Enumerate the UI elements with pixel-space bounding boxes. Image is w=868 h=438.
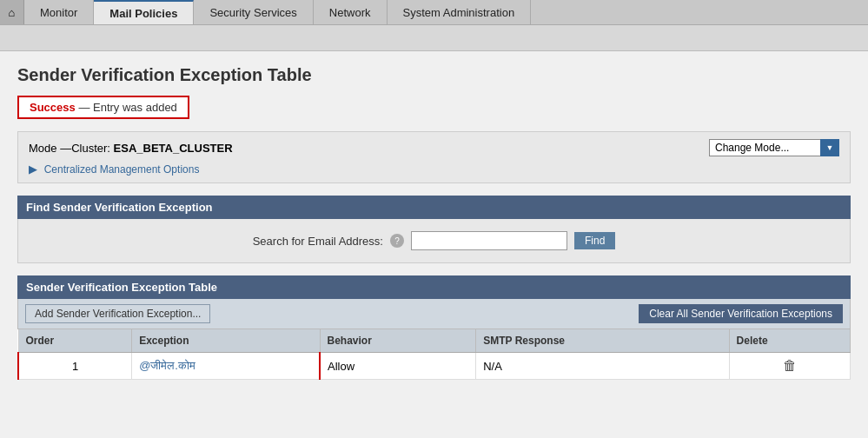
find-section-header: Find Sender Verification Exception: [17, 196, 851, 219]
table-section-header: Sender Verification Exception Table: [17, 275, 851, 299]
mode-info: Mode —Cluster: ESA_BETA_CLUSTER: [29, 142, 233, 155]
help-icon[interactable]: ?: [390, 234, 404, 248]
table-header-row: Order Exception Behavior SMTP Response D…: [18, 329, 851, 353]
change-mode-select[interactable]: Change Mode...: [709, 139, 839, 156]
success-banner: Success — Entry was added: [17, 96, 189, 119]
toolbar-bar: [0, 25, 868, 51]
tab-mail-policies[interactable]: Mail Policies: [94, 0, 194, 24]
main-content: Sender Verification Exception Table Succ…: [0, 51, 868, 438]
cell-smtp: N/A: [476, 353, 729, 380]
find-label: Search for Email Address:: [253, 235, 383, 248]
search-input[interactable]: [411, 231, 567, 250]
change-mode-wrapper[interactable]: Change Mode...: [709, 139, 839, 156]
find-button[interactable]: Find: [574, 232, 615, 249]
cell-behavior: Allow: [320, 353, 476, 380]
cell-order: 1: [18, 353, 132, 380]
add-exception-button[interactable]: Add Sender Verification Exception...: [25, 304, 210, 323]
clear-all-button[interactable]: Clear All Sender Verification Exceptions: [639, 304, 843, 323]
col-header-exception: Exception: [132, 329, 320, 353]
delete-icon[interactable]: 🗑: [783, 358, 797, 373]
cell-exception: @जीमेल.कोम: [132, 353, 320, 380]
home-icon[interactable]: ⌂: [0, 0, 24, 24]
success-label: Success: [30, 101, 76, 114]
tab-security-services[interactable]: Security Services: [194, 0, 313, 24]
cell-delete[interactable]: 🗑: [729, 353, 850, 380]
success-dash: —: [78, 101, 93, 114]
col-header-smtp: SMTP Response: [476, 329, 729, 353]
col-header-delete: Delete: [729, 329, 850, 353]
centralized-arrow: ▶: [29, 163, 37, 176]
tab-network[interactable]: Network: [314, 0, 388, 24]
col-header-behavior: Behavior: [320, 329, 476, 353]
cluster-name: ESA_BETA_CLUSTER: [114, 142, 233, 155]
table-row: 1 @जीमेल.कोम Allow N/A 🗑: [18, 353, 851, 380]
mode-bar: Mode —Cluster: ESA_BETA_CLUSTER Change M…: [17, 131, 851, 183]
exception-table: Order Exception Behavior SMTP Response D…: [17, 329, 851, 380]
tab-system-administration[interactable]: System Administration: [388, 0, 532, 24]
table-toolbar: Add Sender Verification Exception... Cle…: [17, 299, 851, 329]
page-title: Sender Verification Exception Table: [17, 65, 851, 85]
col-header-order: Order: [18, 329, 132, 353]
mode-label: Mode —Cluster:: [29, 142, 110, 155]
find-section: Search for Email Address: ? Find: [17, 219, 851, 263]
top-navigation: ⌂ Monitor Mail Policies Security Service…: [0, 0, 868, 25]
success-message: Entry was added: [93, 101, 177, 114]
table-section: Sender Verification Exception Table Add …: [17, 275, 851, 380]
tab-monitor[interactable]: Monitor: [24, 0, 94, 24]
centralized-management-link[interactable]: Centralized Management Options: [44, 163, 200, 176]
